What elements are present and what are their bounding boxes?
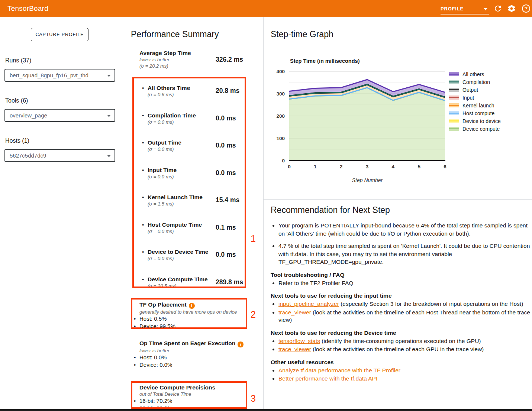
trace-viewer-link[interactable]: trace_viewer: [278, 309, 311, 315]
chart-title: Step Time (in milliseconds): [290, 58, 359, 64]
perf-item-label: Output Time: [148, 139, 181, 146]
legend-swatch: [449, 96, 459, 100]
link-description: (especially Section 3 for the breakdown …: [339, 301, 523, 307]
bullet: •: [142, 139, 144, 146]
perf-item-label: Device to Device Time: [148, 248, 208, 255]
refresh-button[interactable]: [493, 4, 502, 13]
app-title: TensorBoard: [7, 4, 48, 13]
precisions-title: Device Compute Precisions: [139, 384, 246, 391]
legend-item: Input: [449, 94, 501, 101]
hosts-select[interactable]: 5627c5dd7dc9: [4, 149, 115, 162]
help-button[interactable]: ?: [522, 4, 530, 13]
legend-swatch: [449, 88, 459, 92]
legend-item: Output: [449, 86, 501, 94]
perf-item-device-to-device: • Device to Device Time (σ = 0.0 ms) 0.0…: [134, 248, 245, 276]
chevron-down-icon: [484, 8, 487, 10]
tf-op-placement-host: Host: 0.5%: [139, 315, 167, 322]
runs-label: Runs (37): [5, 57, 31, 64]
perf-item-device-compute: • Device Compute Time (σ = 20.5 ms) 289.…: [134, 276, 245, 288]
runs-select[interactable]: bert_squad_8gpu_fp16_pvt_thd: [4, 69, 115, 82]
tfdata-profiler-link[interactable]: Analyze tf.data performance with the TF …: [278, 367, 400, 373]
link-description: (look at the activities on the timeline …: [311, 346, 484, 352]
legend-item: Compilation: [449, 78, 501, 86]
runs-select-value: bert_squad_8gpu_fp16_pvt_thd: [10, 72, 88, 78]
legend-label: Input: [462, 95, 474, 101]
list-item: tensorflow_stats (identify the time-cons…: [278, 337, 531, 345]
recommendation-bullet: Your program is POTENTIALLY input-bound …: [278, 221, 531, 237]
perf-item-value: 289.8 ms: [216, 278, 243, 286]
tensorboard-profile-page: TensorBoard PROFILE ? CAPTURE PROFILE Ru…: [0, 0, 532, 411]
annotation-number-2: 2: [251, 309, 256, 320]
legend-label: All others: [462, 71, 484, 77]
legend-swatch: [449, 72, 459, 76]
perf-item-value: 0.1 ms: [216, 224, 236, 232]
sidebar-divider: [123, 17, 123, 411]
perf-item-sigma: (σ = 0.0 ms): [148, 174, 177, 180]
perf-item-input: • Input Time (σ = 0.0 ms) 0.0 ms: [134, 166, 245, 194]
svg-text:3: 3: [366, 164, 369, 169]
legend-label: Compilation: [462, 79, 490, 85]
chart-legend: All othersCompilationOutputInputKernel l…: [449, 70, 501, 133]
tools-select[interactable]: overview_page: [4, 109, 115, 122]
info-icon[interactable]: i: [238, 342, 244, 347]
legend-label: Host compute: [462, 110, 494, 116]
faq-heading: Tool troubleshooting / FAQ: [271, 272, 531, 278]
svg-text:100: 100: [276, 136, 285, 141]
performance-summary-title: Performance Summary: [131, 29, 219, 39]
device-tools-heading: Next tools to use for reducing the Devic…: [271, 330, 531, 336]
dashboard-select-value: PROFILE: [441, 6, 464, 12]
svg-text:6: 6: [444, 164, 446, 169]
faq-item: Refer to the TF2 Profiler FAQ: [278, 279, 531, 287]
input-pipeline-analyzer-link[interactable]: input_pipeline_analyzer: [278, 301, 339, 307]
chevron-down-icon: [107, 115, 111, 117]
legend-item: Host compute: [449, 109, 501, 117]
average-step-time: Average Step Time lower is better (σ = 2…: [139, 50, 191, 69]
step-time-chart: 01002003004000123456: [260, 69, 454, 175]
legend-swatch: [449, 119, 459, 123]
bullet: •: [142, 249, 144, 255]
annotation-number-1: 1: [251, 233, 256, 244]
dashboard-select[interactable]: PROFILE: [441, 3, 489, 14]
legend-label: Kernel launch: [462, 103, 494, 109]
svg-text:5: 5: [417, 164, 420, 169]
app-header: TensorBoard PROFILE ?: [0, 0, 532, 17]
recommendation-title: Recommendation for Next Step: [271, 205, 531, 215]
step-time-graph-title: Step-time Graph: [271, 29, 333, 39]
perf-item-label: Device Compute Time: [148, 276, 208, 283]
perf-item-label: Compilation Time: [148, 112, 196, 119]
precisions-32bit: 32-bit: 29.8%: [139, 405, 172, 409]
tfdata-api-link[interactable]: Better performance with the tf.data API: [278, 375, 377, 382]
svg-text:200: 200: [276, 113, 285, 119]
chevron-down-icon: [107, 75, 111, 77]
perf-item-sigma: (σ = 0.0 ms): [148, 119, 196, 125]
capture-profile-button[interactable]: CAPTURE PROFILE: [31, 28, 88, 41]
eager-execution-section: Op Time Spent on Eager Executioni lower …: [132, 340, 251, 368]
settings-button[interactable]: [507, 4, 516, 13]
help-icon: ?: [525, 6, 528, 12]
perf-item-sigma: (σ = 0.6 ms): [148, 91, 190, 98]
perf-item-sigma: (σ = 0.0 ms): [148, 255, 208, 262]
legend-label: Device compute: [462, 126, 500, 132]
legend-label: Output: [462, 87, 478, 93]
bullet: •: [142, 112, 144, 119]
average-step-time-value: 326.2 ms: [216, 56, 243, 64]
annotation-box-3: Device Compute Precisions out of Total D…: [131, 381, 247, 409]
legend-item: Device to device: [449, 117, 501, 125]
tools-label: Tools (6): [5, 97, 28, 104]
tf-op-placement-title: TF Op Placement: [139, 301, 187, 308]
perf-item-sigma: (σ = 1.5 ms): [148, 201, 203, 207]
list-item: trace_viewer (look at the activities on …: [278, 346, 531, 353]
perf-item-label: Kernel Launch Time: [148, 194, 203, 201]
bullet: •: [142, 167, 144, 173]
tensorflow-stats-link[interactable]: tensorflow_stats: [278, 338, 320, 344]
perf-item-sigma: (σ = 0.0 ms): [148, 228, 202, 234]
legend-label: Device to device: [462, 118, 501, 124]
perf-item-all-others: • All Others Time (σ = 0.6 ms) 20.8 ms: [134, 84, 245, 112]
trace-viewer-link[interactable]: trace_viewer: [278, 346, 311, 352]
bullet: •: [142, 276, 144, 282]
chevron-down-icon: [107, 155, 111, 157]
perf-item-host-compute: • Host Compute Time (σ = 0.0 ms) 0.1 ms: [134, 221, 245, 249]
legend-item: All others: [449, 70, 501, 78]
recommendation-section: Recommendation for Next Step Your progra…: [271, 205, 531, 384]
info-icon[interactable]: i: [189, 303, 195, 309]
